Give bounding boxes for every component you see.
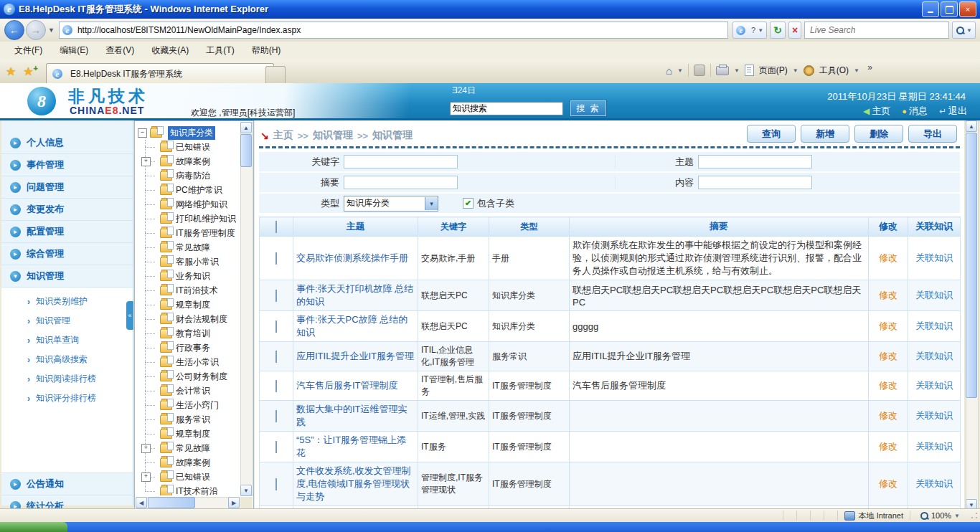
edit-link[interactable]: 修改 bbox=[879, 380, 897, 391]
search-go-button[interactable]: ▼ bbox=[952, 22, 976, 39]
topic-link[interactable]: 事件:张天天PC故障 总结的知识 bbox=[296, 314, 407, 338]
sidebar-item[interactable]: ▸ 公告通知 bbox=[1, 473, 133, 495]
related-knowledge-link[interactable]: 关联知识 bbox=[915, 320, 953, 331]
page-dropdown-icon[interactable]: ▼ bbox=[793, 67, 798, 74]
row-checkbox[interactable] bbox=[275, 320, 277, 333]
topic-input[interactable] bbox=[698, 155, 812, 168]
sidebar-item[interactable]: ▸ 问题管理 bbox=[1, 176, 133, 199]
edit-link[interactable]: 修改 bbox=[879, 441, 897, 452]
tree-node[interactable]: + 故障案例 bbox=[141, 154, 239, 168]
topic-link[interactable]: 事件:张天天打印机故障 总结的知识 bbox=[296, 283, 413, 307]
zoom-control[interactable]: 100% ▼ bbox=[920, 511, 960, 520]
topic-link[interactable]: 应用ITIL提升企业IT服务管理 bbox=[296, 351, 414, 361]
back-button[interactable]: ← bbox=[4, 20, 24, 40]
include-subclass-checkbox[interactable]: ✔ bbox=[463, 198, 473, 209]
sidebar-item[interactable]: ▸ 配置管理 bbox=[1, 221, 133, 243]
tree-node[interactable]: 业务知识 bbox=[141, 269, 239, 283]
sidebar-subitem[interactable]: › 知识评分排行榜 bbox=[1, 389, 133, 408]
tree-node[interactable]: IT前沿技术 bbox=[141, 283, 239, 298]
add-favorite-button[interactable]: ★ bbox=[23, 65, 37, 78]
home-link[interactable]: ◀主页 bbox=[863, 105, 890, 118]
related-knowledge-link[interactable]: 关联知识 bbox=[915, 478, 953, 489]
scroll-thumb[interactable] bbox=[240, 134, 252, 167]
tree-node[interactable]: + 已知错误 bbox=[141, 470, 239, 484]
sidebar-subitem[interactable]: › 知识管理 bbox=[1, 311, 133, 331]
tree-node[interactable]: 已知错误 bbox=[141, 140, 239, 154]
row-checkbox[interactable] bbox=[275, 290, 277, 302]
resize-grip[interactable] bbox=[970, 511, 979, 520]
scroll-right-button[interactable]: ▶ bbox=[228, 497, 240, 508]
related-knowledge-link[interactable]: 关联知识 bbox=[915, 380, 953, 391]
edit-link[interactable]: 修改 bbox=[879, 320, 897, 331]
tree-node[interactable]: 教育培训 bbox=[141, 326, 239, 341]
related-knowledge-link[interactable]: 关联知识 bbox=[915, 290, 953, 300]
sidebar-item[interactable]: ▸ 事件管理 bbox=[1, 154, 133, 176]
tools-dropdown-icon[interactable]: ▼ bbox=[854, 67, 859, 74]
tree-node[interactable]: 客服小常识 bbox=[141, 255, 239, 269]
scroll-up-button[interactable]: ▲ bbox=[966, 120, 977, 132]
toolbar-overflow-chevron[interactable]: » bbox=[867, 62, 872, 72]
tree-node[interactable]: 规章制度 bbox=[141, 298, 239, 312]
stop-button[interactable]: × bbox=[788, 22, 801, 39]
tree-root[interactable]: − 知识库分类 bbox=[138, 125, 239, 140]
tree-node[interactable]: + 常见故障 bbox=[141, 441, 239, 455]
tree-node[interactable]: 故障案例 bbox=[141, 455, 239, 470]
tree-collapse-icon[interactable]: − bbox=[138, 128, 147, 138]
tree-node[interactable]: 规章制度 bbox=[141, 427, 239, 441]
home-dropdown-icon[interactable]: ▼ bbox=[677, 67, 683, 74]
menu-item[interactable]: 收藏夹(A) bbox=[143, 42, 197, 59]
scroll-thumb[interactable] bbox=[966, 133, 977, 398]
tree-node[interactable]: 会计常识 bbox=[141, 384, 239, 398]
tree-node[interactable]: IT技术前沿 bbox=[141, 484, 239, 495]
breadcrumb-home[interactable]: 主页 bbox=[273, 129, 293, 142]
history-dropdown[interactable]: ▼ bbox=[48, 27, 55, 34]
tree-expand-icon[interactable]: + bbox=[141, 472, 151, 482]
menu-item[interactable]: 编辑(E) bbox=[51, 42, 97, 59]
related-knowledge-link[interactable]: 关联知识 bbox=[915, 252, 953, 263]
row-checkbox[interactable] bbox=[275, 252, 277, 265]
keyword-input[interactable] bbox=[344, 155, 458, 168]
menu-item[interactable]: 工具(T) bbox=[197, 42, 242, 59]
sidebar-item[interactable]: ▸ 变更发布 bbox=[1, 199, 133, 221]
summary-input[interactable] bbox=[344, 176, 458, 189]
print-button[interactable] bbox=[716, 66, 729, 75]
topic-link[interactable]: “5S”：让IT服务管理锦上添花 bbox=[296, 434, 406, 458]
scroll-down-button[interactable]: ▼ bbox=[240, 485, 252, 496]
close-button[interactable]: × bbox=[959, 1, 976, 17]
action-button[interactable]: 删除 bbox=[854, 125, 903, 143]
start-button[interactable] bbox=[0, 522, 67, 532]
forward-button[interactable]: → bbox=[26, 20, 46, 40]
sidebar-item-knowledge[interactable]: ▾ 知识管理 bbox=[1, 265, 133, 288]
zoom-dropdown-icon[interactable]: ▼ bbox=[954, 513, 960, 519]
edit-link[interactable]: 修改 bbox=[879, 290, 897, 300]
action-button[interactable]: 查询 bbox=[747, 125, 796, 143]
tree-node[interactable]: 服务常识 bbox=[141, 412, 239, 427]
scroll-track[interactable] bbox=[240, 122, 253, 496]
action-button[interactable]: 导出 bbox=[908, 125, 957, 143]
topic-link[interactable]: 数据大集中的IT运维管理实践 bbox=[296, 404, 407, 427]
tree-node[interactable]: 公司财务制度 bbox=[141, 369, 239, 384]
related-knowledge-link[interactable]: 关联知识 bbox=[915, 441, 953, 452]
menu-item[interactable]: 帮助(H) bbox=[243, 42, 290, 59]
related-knowledge-link[interactable]: 关联知识 bbox=[915, 410, 953, 421]
tree-node[interactable]: 生活小窍门 bbox=[141, 398, 239, 412]
sidebar-subitem[interactable]: › 知识阅读排行榜 bbox=[1, 369, 133, 389]
live-search-input[interactable] bbox=[809, 24, 945, 36]
tree-expand-icon[interactable]: + bbox=[141, 157, 151, 166]
favorites-center-button[interactable]: ★ bbox=[6, 65, 16, 78]
content-input[interactable] bbox=[698, 176, 812, 189]
messages-link[interactable]: ●消息 bbox=[902, 105, 928, 118]
tree-vertical-scrollbar[interactable]: ▲ ▼ bbox=[240, 122, 253, 496]
sidebar-collapse-handle[interactable]: « bbox=[126, 301, 133, 330]
tree-node[interactable]: 常见故障 bbox=[141, 240, 239, 255]
related-knowledge-link[interactable]: 关联知识 bbox=[915, 351, 953, 361]
tree-expand-icon[interactable]: + bbox=[141, 444, 151, 453]
tree-node[interactable]: 行政事务 bbox=[141, 341, 239, 355]
minimize-button[interactable] bbox=[922, 1, 939, 17]
breadcrumb-page[interactable]: 知识管理 bbox=[372, 129, 413, 142]
breadcrumb-module[interactable]: 知识管理 bbox=[313, 129, 353, 142]
sidebar-subitem[interactable]: › 知识类别维护 bbox=[1, 292, 133, 311]
tree-node[interactable]: IT服务管理制度 bbox=[141, 226, 239, 240]
sidebar-subitem[interactable]: › 知识高级搜索 bbox=[1, 350, 133, 369]
type-select[interactable]: 知识库分类 ▾ bbox=[344, 196, 438, 212]
